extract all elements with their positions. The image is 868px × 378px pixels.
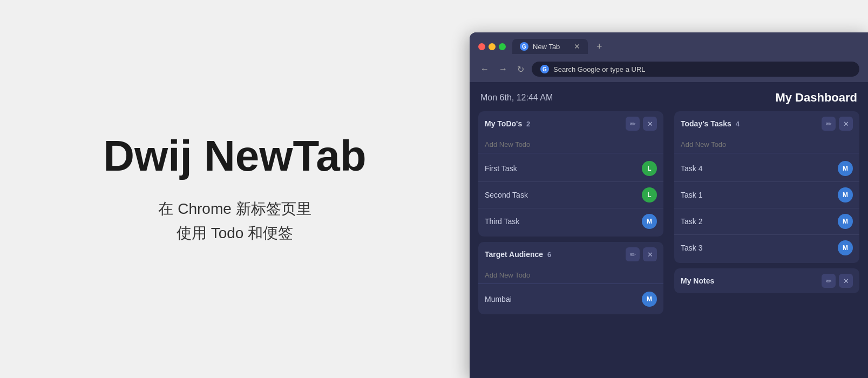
widget-target-count: 6 — [547, 251, 551, 259]
address-placeholder: Search Google or type a URL — [553, 65, 646, 73]
avatar: M — [838, 161, 853, 176]
avatar: M — [838, 240, 853, 255]
dashboard-date: Mon 6th, 12:44 AM — [480, 93, 553, 103]
widget-target-header: Target Audience 6 ✏ ✕ — [478, 242, 663, 267]
dashboard-title: My Dashboard — [775, 91, 857, 105]
widget-notes: My Notes ✏ ✕ — [674, 268, 859, 293]
widget-notes-header: My Notes ✏ ✕ — [674, 268, 859, 293]
widget-todos: My ToDo's 2 ✏ ✕ First Task L Second — [478, 111, 663, 237]
google-icon: G — [540, 65, 549, 73]
widget-todos-header: My ToDo's 2 ✏ ✕ — [478, 111, 663, 136]
avatar: M — [642, 214, 657, 229]
close-button[interactable] — [478, 43, 485, 50]
widget-todos-count: 2 — [526, 120, 530, 128]
dashboard-columns: My ToDo's 2 ✏ ✕ First Task L Second — [470, 111, 868, 378]
list-item: First Task L — [478, 156, 663, 182]
forward-button[interactable]: → — [497, 63, 510, 75]
widget-today-tasks-header: Today's Tasks 4 ✏ ✕ — [674, 111, 859, 136]
item-label: Task 3 — [681, 244, 833, 252]
widget-target-title: Target Audience 6 — [485, 250, 622, 259]
browser-titlebar: G New Tab ✕ + — [470, 32, 868, 58]
list-item: Second Task L — [478, 182, 663, 208]
widget-today-tasks-title: Today's Tasks 4 — [681, 119, 818, 128]
widget-notes-title: My Notes — [681, 276, 818, 285]
widget-target-close-btn[interactable]: ✕ — [643, 247, 657, 261]
reload-button[interactable]: ↻ — [515, 63, 526, 76]
widget-todos-add-input[interactable] — [478, 136, 663, 153]
widget-todos-edit-btn[interactable]: ✏ — [626, 117, 640, 131]
item-label: Second Task — [485, 191, 638, 199]
widget-today-tasks-edit-btn[interactable]: ✏ — [822, 117, 836, 131]
promo-subtitle-line2: 使用 Todo 和便签 — [177, 225, 293, 241]
address-bar[interactable]: G Search Google or type a URL — [532, 62, 859, 77]
widget-target-add-input[interactable] — [478, 267, 663, 284]
avatar: M — [642, 292, 657, 307]
item-label: First Task — [485, 164, 638, 173]
widget-today-tasks-add-input[interactable] — [674, 136, 859, 153]
minimize-button[interactable] — [489, 43, 496, 50]
browser-window: G New Tab ✕ + ← → ↻ G Search Google or t… — [470, 32, 868, 378]
item-label: Task 1 — [681, 191, 833, 199]
widget-todos-close-btn[interactable]: ✕ — [643, 117, 657, 131]
widget-notes-edit-btn[interactable]: ✏ — [822, 274, 836, 288]
widget-todos-items: First Task L Second Task L Third Task M — [478, 153, 663, 237]
dashboard-header: Mon 6th, 12:44 AM My Dashboard — [470, 82, 868, 111]
widget-notes-close-btn[interactable]: ✕ — [839, 274, 853, 288]
tab-close-button[interactable]: ✕ — [574, 42, 580, 51]
list-item: Task 2 M — [674, 208, 859, 235]
avatar: M — [838, 187, 853, 202]
list-item: Mumbai M — [478, 286, 663, 312]
new-tab-button[interactable]: + — [596, 41, 602, 52]
dashboard-content: Mon 6th, 12:44 AM My Dashboard My ToDo's… — [470, 82, 868, 378]
avatar: M — [838, 214, 853, 229]
browser-addressbar: ← → ↻ G Search Google or type a URL — [470, 58, 868, 82]
list-item: Task 4 M — [674, 156, 859, 182]
widget-today-tasks: Today's Tasks 4 ✏ ✕ Task 4 M Task 1 — [674, 111, 859, 263]
avatar: L — [642, 187, 657, 202]
browser-chrome: G New Tab ✕ + ← → ↻ G Search Google or t… — [470, 32, 868, 82]
item-label: Mumbai — [485, 295, 638, 303]
item-label: Task 4 — [681, 164, 833, 173]
tab-favicon: G — [520, 42, 528, 51]
item-label: Third Task — [485, 217, 638, 226]
avatar: L — [642, 161, 657, 176]
list-item: Third Task M — [478, 208, 663, 234]
widget-today-tasks-close-btn[interactable]: ✕ — [839, 117, 853, 131]
tab-title: New Tab — [533, 43, 560, 51]
promo-subtitle: 在 Chrome 新标签页里 使用 Todo 和便签 — [158, 197, 311, 246]
maximize-button[interactable] — [499, 43, 506, 50]
widget-today-tasks-items: Task 4 M Task 1 M Task 2 M Task 3 — [674, 153, 859, 263]
widget-target-items: Mumbai M — [478, 284, 663, 314]
promo-title: Dwij NewTab — [103, 132, 366, 180]
widget-target: Target Audience 6 ✏ ✕ Mumbai M — [478, 242, 663, 314]
traffic-lights — [478, 43, 506, 50]
promo-panel: Dwij NewTab 在 Chrome 新标签页里 使用 Todo 和便签 — [0, 0, 470, 378]
back-button[interactable]: ← — [478, 63, 491, 75]
list-item: Task 1 M — [674, 182, 859, 208]
widget-todos-title: My ToDo's 2 — [485, 119, 622, 128]
widget-target-edit-btn[interactable]: ✏ — [626, 247, 640, 261]
dashboard-col-1: My ToDo's 2 ✏ ✕ First Task L Second — [470, 111, 669, 378]
list-item: Task 3 M — [674, 235, 859, 261]
promo-subtitle-line1: 在 Chrome 新标签页里 — [158, 200, 311, 217]
item-label: Task 2 — [681, 217, 833, 226]
browser-tab[interactable]: G New Tab ✕ — [512, 39, 588, 54]
dashboard-col-2: Today's Tasks 4 ✏ ✕ Task 4 M Task 1 — [669, 111, 868, 378]
widget-today-tasks-count: 4 — [736, 120, 740, 128]
